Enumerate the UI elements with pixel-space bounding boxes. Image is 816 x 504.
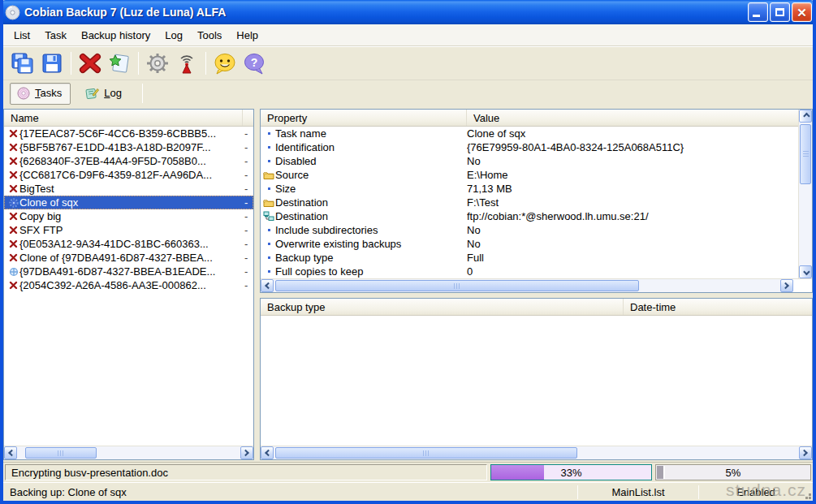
property-row[interactable]: Disabled No xyxy=(261,154,798,168)
property-row[interactable]: Include subdirectories No xyxy=(261,223,798,237)
property-row[interactable]: Backup type Full xyxy=(261,251,798,265)
property-row[interactable]: Source E:\Home xyxy=(261,168,798,182)
scroll-thumb[interactable] xyxy=(275,280,639,291)
menu-log[interactable]: Log xyxy=(158,26,190,45)
chevron-down-icon xyxy=(803,269,810,275)
scroll-thumb[interactable] xyxy=(25,447,97,459)
options-button[interactable] xyxy=(143,50,172,77)
scroll-right-button[interactable] xyxy=(240,446,253,459)
feedback-button[interactable] xyxy=(210,50,240,77)
property-row[interactable]: Full copies to keep 0 xyxy=(261,265,798,278)
chevron-right-icon xyxy=(801,450,807,456)
scroll-left-button[interactable] xyxy=(261,279,274,292)
folder-icon xyxy=(262,170,275,180)
task-row[interactable]: {6268340F-37EB-44A4-9F5D-7058B0... - xyxy=(4,154,253,168)
history-hscrollbar[interactable] xyxy=(261,446,812,459)
maximize-icon xyxy=(775,8,784,16)
scroll-thumb[interactable] xyxy=(275,447,577,459)
task-list-hscrollbar[interactable] xyxy=(4,446,253,459)
task-row[interactable]: BigTest - xyxy=(4,182,253,196)
task-row[interactable]: Copy big - xyxy=(4,209,253,223)
task-row-selected[interactable]: Clone of sqx - xyxy=(4,196,253,209)
delete-x-icon xyxy=(7,129,19,138)
chevron-up-icon xyxy=(803,113,810,119)
help-button[interactable]: ? xyxy=(240,50,269,77)
column-header-date-time[interactable]: Date-time xyxy=(624,299,812,315)
minimize-button[interactable] xyxy=(748,2,768,22)
delete-x-icon xyxy=(7,143,19,152)
scroll-left-button[interactable] xyxy=(261,446,274,459)
property-row[interactable]: Identification {76E79959-80A1-4BA0-8324-… xyxy=(261,140,798,154)
column-header-property[interactable]: Property xyxy=(261,110,467,126)
save-button[interactable] xyxy=(37,50,67,77)
window-title: Cobian Backup 7 (Luz de Luna) ALFA xyxy=(24,6,748,19)
bullet-icon xyxy=(262,160,275,162)
delete-x-icon xyxy=(7,253,19,262)
close-button[interactable]: ✕ xyxy=(792,2,812,22)
delete-task-button[interactable] xyxy=(76,50,105,77)
tab-separator xyxy=(142,84,143,103)
menu-tools[interactable]: Tools xyxy=(190,26,229,45)
panel-splitter[interactable] xyxy=(254,109,260,460)
folder-icon xyxy=(262,198,275,208)
scroll-track[interactable] xyxy=(799,123,812,265)
resize-grip-icon[interactable] xyxy=(809,497,811,499)
new-item-button[interactable] xyxy=(105,50,134,77)
menu-help[interactable]: Help xyxy=(229,26,266,45)
scroll-right-button[interactable] xyxy=(780,279,793,292)
ftp-network-icon xyxy=(262,211,275,222)
remote-button[interactable] xyxy=(172,50,201,77)
scroll-track[interactable] xyxy=(17,446,240,459)
scroll-track[interactable] xyxy=(274,279,780,292)
maximize-button[interactable] xyxy=(770,2,790,22)
bullet-icon xyxy=(262,229,275,231)
column-header-name[interactable]: Name xyxy=(4,110,243,126)
scroll-thumb[interactable] xyxy=(800,124,811,184)
property-grid-header: Property Value xyxy=(261,110,798,127)
scroll-down-button[interactable] xyxy=(799,265,812,278)
property-row[interactable]: Overwrite existing backups No xyxy=(261,237,798,251)
task-row[interactable]: {5BF5B767-E1DD-41B3-A18D-B2097F... - xyxy=(4,140,253,154)
task-row[interactable]: {2054C392-A26A-4586-AA3E-000862... - xyxy=(4,278,253,292)
column-header-value[interactable]: Value xyxy=(467,110,798,126)
scroll-left-button[interactable] xyxy=(4,446,17,459)
tab-log[interactable]: Log xyxy=(79,84,130,104)
menu-task[interactable]: Task xyxy=(37,26,74,45)
property-row[interactable]: Size 71,13 MB xyxy=(261,182,798,196)
property-hscrollbar[interactable] xyxy=(261,278,812,292)
task-row[interactable]: {0E053A12-9A34-41DC-81BC-660363... - xyxy=(4,237,253,251)
scroll-right-button[interactable] xyxy=(799,446,812,459)
history-header: Backup type Date-time xyxy=(261,299,812,316)
history-rows-empty xyxy=(261,316,812,446)
task-row[interactable]: Clone of {97DBA491-6D87-4327-BBEA... - xyxy=(4,251,253,265)
app-cd-icon xyxy=(5,5,20,20)
toolbar: ? xyxy=(3,46,813,80)
scroll-up-button[interactable] xyxy=(799,110,812,123)
tab-tasks[interactable]: Tasks xyxy=(10,83,71,105)
task-row[interactable]: SFX FTP - xyxy=(4,223,253,237)
property-row[interactable]: Destination ftp://cobian:*@sherwood.lh.u… xyxy=(261,209,798,223)
property-row[interactable]: Task name Clone of sqx xyxy=(261,127,798,140)
file-progress-label: 33% xyxy=(491,465,651,480)
menu-list[interactable]: List xyxy=(6,26,37,45)
property-vscrollbar[interactable] xyxy=(798,110,812,278)
tab-bar: Tasks Log xyxy=(3,80,813,106)
delete-x-icon xyxy=(7,170,19,179)
scroll-track[interactable] xyxy=(274,446,799,459)
column-header-backup-type[interactable]: Backup type xyxy=(261,299,624,315)
new-task-button[interactable] xyxy=(8,50,37,77)
menu-backup-history[interactable]: Backup history xyxy=(74,26,158,45)
toolbar-separator xyxy=(71,52,71,75)
task-row[interactable]: {97DBA491-6D87-4327-BBEA-B1EADE... - xyxy=(4,265,253,278)
log-notepad-icon xyxy=(85,87,99,100)
status-bar: Backing up: Clone of sqx MainList.lst En… xyxy=(3,482,813,501)
toolbar-separator xyxy=(205,52,206,75)
task-row[interactable]: {17EEAC87-5C6F-4CC6-B359-6CBBB5... - xyxy=(4,127,253,140)
floppy-pair-icon xyxy=(11,52,35,75)
task-row[interactable]: {CC6817C6-D9F6-4359-812F-AA96DA... - xyxy=(4,168,253,182)
svg-text:?: ? xyxy=(251,56,258,69)
property-row[interactable]: Destination F:\Test xyxy=(261,196,798,209)
bullet-icon xyxy=(262,256,275,259)
current-operation-text: Encrypting busv-presentation.doc xyxy=(5,464,487,480)
delete-x-icon xyxy=(78,52,102,75)
